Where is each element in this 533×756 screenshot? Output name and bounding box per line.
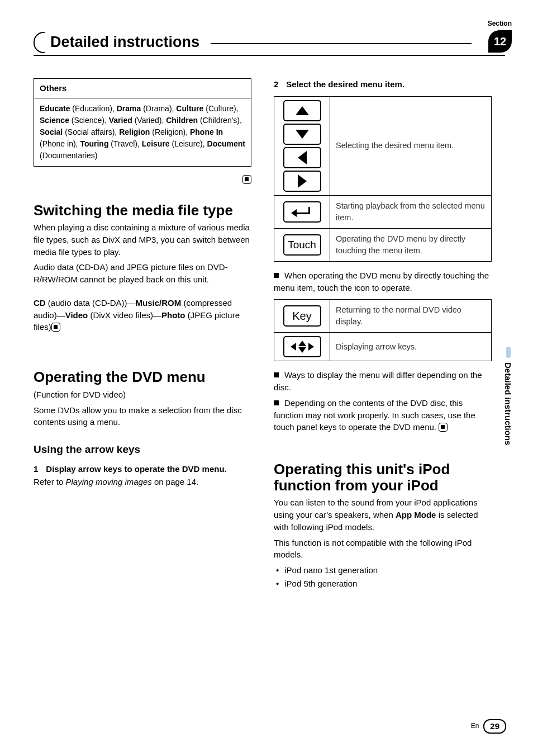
side-tab-indicator — [506, 347, 511, 358]
up-arrow-button[interactable] — [283, 100, 321, 121]
page-title: Detailed instructions — [50, 31, 199, 53]
operating-dvd-description: Some DVDs allow you to make a selection … — [34, 404, 251, 429]
enter-icon — [292, 207, 312, 217]
ipod-incompatible-list: iPod nano 1st generationiPod 5th generat… — [274, 564, 492, 590]
side-section-label: Detailed instructions — [502, 362, 514, 445]
enter-key-cell — [274, 195, 330, 228]
down-arrow-icon — [296, 130, 309, 139]
note-touch-operate: When operating the DVD menu by directly … — [274, 270, 492, 294]
arrow-combo-icon — [291, 341, 314, 353]
footer-language: En — [471, 721, 479, 731]
touch-button[interactable]: Touch — [283, 234, 321, 256]
note-menu-display: Ways to display the menu will differ dep… — [274, 369, 492, 394]
arrow-combo-description: Displaying arrow keys. — [330, 333, 492, 361]
arrow-keys-heading: Using the arrow keys — [34, 442, 251, 457]
arrow-combo-cell — [274, 333, 330, 361]
square-bullet-icon — [274, 273, 279, 278]
step-1-text: Display arrow keys to operate the DVD me… — [46, 463, 226, 475]
operating-dvd-subtitle: (Function for DVD video) — [34, 389, 251, 401]
left-arrow-icon — [298, 151, 307, 164]
page-footer: En 29 — [471, 719, 506, 734]
step-2-text: Select the desired menu item. — [286, 78, 404, 91]
step-1-number: 1 — [34, 463, 38, 475]
left-column: Others Educate (Education), Drama (Drama… — [34, 78, 251, 591]
down-arrow-button[interactable] — [283, 124, 321, 145]
step-1: 1 Display arrow keys to operate the DVD … — [34, 463, 251, 475]
arrow-keys-description: Selecting the desired menu item. — [330, 96, 492, 195]
square-bullet-icon — [274, 400, 279, 405]
switching-paragraph-2: Audio data (CD-DA) and JPEG picture file… — [34, 261, 251, 286]
list-item: iPod 5th generation — [274, 578, 492, 590]
dvd-menu-key-table: Selecting the desired menu item. Startin… — [274, 96, 492, 262]
right-arrow-button[interactable] — [283, 171, 321, 192]
right-arrow-icon — [298, 174, 307, 188]
list-item: iPod nano 1st generation — [274, 564, 492, 577]
page-title-bar: Detailed instructions — [34, 31, 505, 56]
key-button-description: Returning to the normal DVD video displa… — [330, 300, 492, 333]
note-touch-panel: Depending on the contents of the DVD dis… — [274, 397, 492, 433]
right-column: 2 Select the desired menu item. Selectin… — [274, 78, 492, 591]
arrow-keys-cell — [274, 96, 330, 195]
section-number-badge: 12 — [488, 30, 512, 53]
up-arrow-icon — [296, 106, 309, 115]
page-number-badge: 29 — [483, 719, 506, 734]
switching-heading: Switching the media file type — [34, 202, 251, 219]
enter-button[interactable] — [283, 201, 321, 223]
step-2: 2 Select the desired menu item. — [274, 78, 492, 91]
ipod-paragraph-1: You can listen to the sound from your iP… — [274, 497, 492, 533]
others-box: Others Educate (Education), Drama (Drama… — [34, 78, 251, 167]
switching-paragraph-1: When playing a disc containing a mixture… — [34, 221, 251, 258]
others-box-header: Others — [34, 79, 251, 98]
dvd-menu-key-table-2: Key Returning to the normal DVD video di… — [274, 299, 492, 361]
section-label: Section — [488, 19, 512, 29]
operating-dvd-heading: Operating the DVD menu — [34, 369, 251, 385]
key-button-cell: Key — [274, 300, 330, 333]
others-box-body: Educate (Education), Drama (Drama), Cult… — [34, 98, 251, 166]
key-button[interactable]: Key — [283, 305, 321, 327]
enter-key-description: Starting playback from the selected menu… — [330, 195, 492, 228]
arrow-combo-button[interactable] — [283, 336, 321, 357]
step-2-number: 2 — [274, 78, 278, 91]
switching-chain: CD (audio data (CD-DA))—Music/ROM (compr… — [34, 297, 251, 333]
stop-icon — [242, 175, 251, 184]
stop-icon — [439, 423, 448, 432]
touch-key-description: Operating the DVD menu by directly touch… — [330, 228, 492, 261]
square-bullet-icon — [274, 372, 279, 377]
step-1-reference: Refer to Playing moving images on page 1… — [34, 476, 251, 488]
ipod-heading: Operating this unit's iPod function from… — [274, 461, 492, 493]
ipod-paragraph-2: This function is not compatible with the… — [274, 537, 492, 561]
left-arrow-button[interactable] — [283, 147, 321, 168]
touch-key-cell: Touch — [274, 228, 330, 261]
stop-icon — [51, 323, 60, 332]
